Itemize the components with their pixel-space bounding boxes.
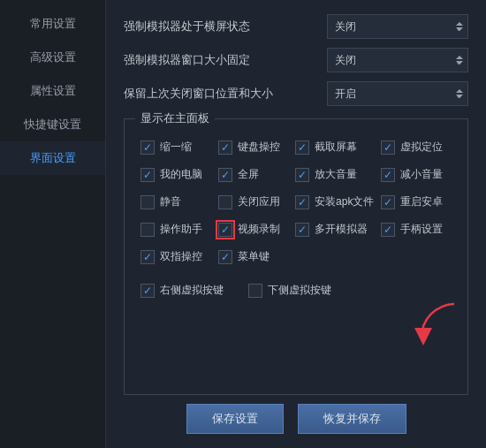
- checkbox-item-multi-instance[interactable]: 多开模拟器: [292, 216, 377, 243]
- checkbox-close-app[interactable]: [218, 195, 232, 209]
- bottom-virtual-key-label: 下侧虚拟按键: [268, 283, 331, 298]
- checkbox-item-volume-up[interactable]: 放大音量: [292, 161, 377, 188]
- bottom-virtual-key-checkbox[interactable]: [248, 284, 262, 298]
- checkbox-fullscreen[interactable]: [218, 168, 232, 182]
- checkbox-keyboard-ctrl[interactable]: [218, 140, 232, 155]
- sidebar-item-advanced[interactable]: 高级设置: [0, 41, 105, 74]
- main-content: 强制模拟器处于横屏状态 关闭 开启 强制模拟器窗口大小固定 关闭 开启: [106, 0, 486, 448]
- checkbox-label-mute: 静音: [160, 194, 181, 209]
- right-virtual-key-checkbox[interactable]: [140, 284, 155, 298]
- checkbox-label-video-record: 视频录制: [238, 222, 280, 237]
- checkbox-label-screenshot: 截取屏幕: [315, 140, 357, 155]
- force-landscape-select[interactable]: 关闭 开启: [327, 14, 468, 39]
- sidebar-item-ui[interactable]: 界面设置: [0, 141, 105, 175]
- remember-window-select[interactable]: 关闭 开启: [327, 81, 468, 106]
- sidebar: 常用设置 高级设置 属性设置 快捷键设置 界面设置: [0, 0, 106, 448]
- checkbox-label-virtual-location: 虚拟定位: [400, 140, 443, 155]
- checkbox-item-mute[interactable]: 静音: [137, 188, 215, 216]
- checkbox-label-dual-touch: 双指操控: [160, 249, 202, 264]
- checkbox-label-restart-android: 重启安卓: [400, 194, 443, 209]
- checkbox-item-virtual-location[interactable]: 虚拟定位: [377, 133, 455, 161]
- remember-window-label: 保留上次关闭窗口位置和大小: [124, 86, 327, 102]
- checkbox-label-volume-up: 放大音量: [315, 167, 357, 182]
- checkbox-volume-up[interactable]: [295, 168, 309, 182]
- checkbox-mute[interactable]: [140, 195, 155, 209]
- red-arrow-indicator: [397, 300, 459, 348]
- force-window-size-row: 强制模拟器窗口大小固定 关闭 开启: [124, 48, 468, 72]
- force-window-size-label: 强制模拟器窗口大小固定: [124, 52, 327, 68]
- checkbox-zoom-gesture[interactable]: [140, 140, 155, 155]
- checkbox-label-gamepad-settings: 手柄设置: [400, 222, 443, 237]
- checkbox-menu-key[interactable]: [218, 250, 232, 264]
- checkbox-item-close-app[interactable]: 关闭应用: [215, 188, 292, 216]
- checkbox-item-gamepad-settings[interactable]: 手柄设置: [377, 216, 455, 243]
- checkbox-label-my-computer: 我的电脑: [160, 167, 202, 182]
- save-button[interactable]: 保存设置: [186, 404, 284, 434]
- footer: 保存设置 恢复并保存: [124, 395, 468, 437]
- right-virtual-key-label: 右侧虚拟按键: [160, 283, 224, 298]
- panel-section: 显示在主面板 缩一缩键盘操控截取屏幕虚拟定位我的电脑全屏放大音量减小音量静音关闭…: [124, 118, 468, 395]
- checkbox-label-volume-down: 减小音量: [400, 167, 443, 182]
- checkbox-my-computer[interactable]: [140, 168, 155, 182]
- bottom-virtual-key-item[interactable]: 下侧虚拟按键: [245, 279, 335, 301]
- checkbox-label-menu-key: 菜单键: [238, 249, 270, 264]
- force-landscape-label: 强制模拟器处于横屏状态: [124, 19, 327, 34]
- panel-title: 显示在主面板: [135, 110, 215, 126]
- force-landscape-select-wrapper: 关闭 开启: [327, 14, 468, 39]
- checkbox-item-install-apk[interactable]: 安装apk文件: [292, 188, 377, 216]
- force-window-size-select-wrapper: 关闭 开启: [327, 48, 468, 72]
- checkbox-operation-assist[interactable]: [140, 223, 155, 237]
- checkbox-grid: 缩一缩键盘操控截取屏幕虚拟定位我的电脑全屏放大音量减小音量静音关闭应用安装apk…: [137, 133, 455, 270]
- sidebar-item-shortcuts[interactable]: 快捷键设置: [0, 108, 105, 141]
- checkbox-virtual-location[interactable]: [381, 140, 395, 155]
- checkbox-video-record[interactable]: [218, 223, 232, 237]
- checkbox-item-dual-touch[interactable]: 双指操控: [137, 243, 215, 270]
- checkbox-item-video-record[interactable]: 视频录制: [215, 216, 292, 243]
- checkbox-dual-touch[interactable]: [140, 250, 155, 264]
- checkbox-gamepad-settings[interactable]: [381, 223, 395, 237]
- checkbox-item-zoom-gesture[interactable]: 缩一缩: [137, 133, 215, 161]
- checkbox-install-apk[interactable]: [295, 195, 309, 209]
- right-virtual-key-item[interactable]: 右侧虚拟按键: [137, 279, 227, 301]
- checkbox-item-restart-android[interactable]: 重启安卓: [377, 188, 455, 216]
- checkbox-label-install-apk: 安装apk文件: [315, 194, 374, 209]
- checkbox-item-operation-assist[interactable]: 操作助手: [137, 216, 215, 243]
- force-window-size-select[interactable]: 关闭 开启: [327, 48, 468, 72]
- checkbox-label-zoom-gesture: 缩一缩: [160, 140, 192, 155]
- force-landscape-row: 强制模拟器处于横屏状态 关闭 开启: [124, 14, 468, 39]
- sidebar-item-properties[interactable]: 属性设置: [0, 74, 105, 108]
- checkbox-label-keyboard-ctrl: 键盘操控: [238, 140, 280, 155]
- checkbox-item-keyboard-ctrl[interactable]: 键盘操控: [215, 133, 292, 161]
- save-restore-button[interactable]: 恢复并保存: [298, 404, 406, 434]
- checkbox-restart-android[interactable]: [381, 195, 395, 209]
- checkbox-label-close-app: 关闭应用: [238, 194, 280, 209]
- sidebar-item-common[interactable]: 常用设置: [0, 7, 105, 41]
- remember-window-select-wrapper: 关闭 开启: [327, 81, 468, 106]
- checkbox-item-volume-down[interactable]: 减小音量: [377, 161, 455, 188]
- remember-window-row: 保留上次关闭窗口位置和大小 关闭 开启: [124, 81, 468, 106]
- checkbox-label-multi-instance: 多开模拟器: [315, 222, 368, 237]
- checkbox-label-fullscreen: 全屏: [238, 167, 259, 182]
- checkbox-multi-instance[interactable]: [295, 223, 309, 237]
- checkbox-item-my-computer[interactable]: 我的电脑: [137, 161, 215, 188]
- checkbox-screenshot[interactable]: [295, 140, 309, 155]
- checkbox-item-fullscreen[interactable]: 全屏: [215, 161, 292, 188]
- checkbox-item-menu-key[interactable]: 菜单键: [215, 243, 292, 270]
- checkbox-item-screenshot[interactable]: 截取屏幕: [292, 133, 377, 161]
- checkbox-volume-down[interactable]: [381, 168, 395, 182]
- checkbox-label-operation-assist: 操作助手: [160, 222, 202, 237]
